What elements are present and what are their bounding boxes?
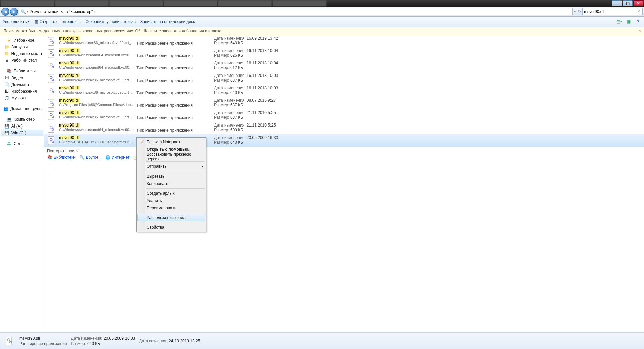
status-filetype: Расширение приложения [19, 341, 67, 346]
sidebar-item-pictures[interactable]: 🖼Изображения [1, 88, 43, 95]
browser-tab[interactable] [1, 0, 54, 6]
window-maximize[interactable]: ▢ [623, 0, 633, 6]
drive-icon: 💾 [4, 130, 9, 136]
ctx-create-shortcut[interactable]: Создать ярлык [137, 190, 205, 197]
result-row[interactable]: msvcr90.dllC:\Windows\winsxs\x86_microso… [44, 35, 644, 47]
forward-button[interactable]: ► [10, 8, 18, 16]
preview-pane-button[interactable]: ▣ [625, 18, 632, 25]
index-warning-bar[interactable]: Поиск может быть медленным в неиндексиро… [0, 27, 644, 35]
folder-icon: 📁 [4, 51, 9, 56]
save-search-button[interactable]: Сохранить условия поиска [85, 19, 136, 24]
folder-icon: 📁 [4, 44, 9, 50]
explorer-navbar: ◄ ► 🔍 ▸ Результаты поиска в "Компьютер" … [0, 7, 644, 17]
window-close[interactable]: ✕ [633, 0, 643, 6]
network-icon: 🖧 [6, 141, 12, 146]
result-row[interactable]: msvcr90.dllC:\Windows\winsxs\x86_microso… [44, 85, 644, 97]
browser-tab[interactable] [55, 0, 109, 6]
sidebar-item-desktop[interactable]: 🖥Рабочий стол [1, 57, 43, 64]
result-row[interactable]: msvcr90.dllC:\Program Files (x86)\Common… [44, 97, 644, 109]
status-date-modified: 20.05.2009 16:33 [104, 336, 135, 341]
result-row[interactable]: msvcr90.dllC:\Windows\winsxs\x86_microso… [44, 72, 644, 85]
search-input[interactable] [584, 9, 637, 14]
repeat-icon: 🌐 [105, 155, 110, 160]
repeat-search-item[interactable]: 🌐Интернет [105, 155, 129, 160]
dropdown-icon[interactable]: ▾ [573, 9, 577, 14]
homegroup-icon: 👥 [3, 106, 8, 111]
browser-tab[interactable] [218, 0, 272, 6]
ctx-edit-notepadpp[interactable]: 📝Edit with Notepad++ [137, 138, 205, 146]
star-icon: ★ [6, 38, 12, 43]
ctx-delete[interactable]: Удалить [137, 197, 205, 204]
sidebar-network[interactable]: 🖧Сеть [1, 140, 43, 147]
notepad-icon: 📝 [139, 139, 144, 145]
result-filename: msvcr90.dll [59, 98, 80, 103]
dll-file-icon [46, 123, 57, 134]
ctx-copy[interactable]: Копировать [137, 180, 205, 187]
dll-file-icon [3, 335, 15, 347]
dll-file-icon [46, 98, 57, 109]
burn-button[interactable]: Записать на оптический диск [140, 19, 195, 24]
sidebar-libraries[interactable]: 📚Библиотеки [1, 68, 43, 74]
sidebar: ★Избранное 📁Загрузки 📁Недавние места 🖥Ра… [0, 35, 44, 332]
result-row[interactable]: msvcr90.dllC:\Windows\winsxs\amd64_micro… [44, 47, 644, 60]
ctx-send-to[interactable]: Отправить▸ [137, 163, 205, 170]
drive-icon: 💾 [4, 123, 9, 129]
organize-button[interactable]: Упорядочить [3, 19, 30, 24]
result-path: C:\Windows\winsxs\x86_microsoft.vc90.crt… [59, 78, 135, 82]
status-label: Размер: [71, 341, 86, 346]
breadcrumb[interactable]: 🔍 ▸ Результаты поиска в "Компьютер" ▸ [19, 8, 573, 15]
computer-icon: 💻 [6, 117, 12, 122]
view-button[interactable]: ▤ [616, 18, 623, 25]
sidebar-item-music[interactable]: 🎵Музыка [1, 95, 43, 101]
library-icon: 📚 [6, 68, 12, 74]
document-icon: 📄 [4, 82, 9, 87]
sidebar-computer[interactable]: 💻Компьютер [1, 116, 43, 123]
sidebar-drive-a[interactable]: 💾AI (A:) [1, 123, 43, 130]
help-button[interactable]: ? [635, 18, 641, 25]
result-row[interactable]: msvcr90.dllC:\Temp\PDFT\ABBYY PDF Transf… [44, 134, 644, 147]
clear-search-icon[interactable]: ✕ [637, 9, 641, 14]
result-filename: msvcr90.dll [59, 73, 80, 78]
repeat-icon: 📚 [47, 155, 52, 160]
sidebar-item-video[interactable]: 🎞Видео [1, 74, 43, 81]
sidebar-item-recent[interactable]: 📁Недавние места [1, 50, 43, 57]
result-filename: msvcr90.dll [59, 61, 80, 65]
back-button[interactable]: ◄ [1, 8, 9, 16]
dll-file-icon [46, 135, 57, 146]
browser-tab[interactable] [273, 0, 326, 6]
result-filename: msvcr90.dll [59, 123, 80, 128]
ctx-file-location[interactable]: Расположение файла [137, 214, 205, 221]
result-row[interactable]: msvcr90.dllC:\Windows\winsxs\amd64_micro… [44, 60, 644, 72]
search-box[interactable]: ✕ [582, 8, 643, 15]
chevron-right-icon: ▸ [27, 10, 29, 13]
window-minimize[interactable]: _ [612, 0, 622, 6]
dll-file-icon [46, 110, 57, 121]
ctx-cut[interactable]: Вырезать [137, 172, 205, 180]
sidebar-item-documents[interactable]: 📄Документы [1, 81, 43, 88]
ctx-properties[interactable]: Свойства [137, 223, 205, 231]
browser-tab[interactable] [109, 0, 163, 6]
chevron-right-icon: ▸ [94, 10, 95, 13]
browser-tab[interactable] [164, 0, 217, 6]
result-filename: msvcr90.dll [59, 110, 80, 115]
ctx-restore-version[interactable]: Восстановить прежнюю версию [137, 153, 205, 160]
sidebar-favorites[interactable]: ★Избранное [1, 37, 43, 44]
app-icon: ▦ [34, 19, 38, 24]
sidebar-homegroup[interactable]: 👥Домашняя группа [1, 105, 43, 112]
refresh-icon[interactable]: ↻ [577, 9, 582, 14]
repeat-search-item[interactable]: 🔍Другое... [79, 155, 102, 160]
result-path: C:\Windows\winsxs\x86_microsoft.vc90.crt… [59, 41, 135, 45]
context-menu: 📝Edit with Notepad++ Открыть с помощью..… [136, 137, 206, 232]
result-row[interactable]: msvcr90.dllC:\Windows\winsxs\x86_microso… [44, 109, 644, 122]
result-row[interactable]: msvcr90.dllC:\Windows\winsxs\amd64_micro… [44, 122, 644, 134]
close-icon[interactable]: ✕ [638, 29, 641, 33]
dll-file-icon [46, 36, 57, 47]
sidebar-drive-c[interactable]: 💾Win (C:) [1, 130, 43, 136]
music-icon: 🎵 [4, 95, 9, 101]
breadcrumb-text: Результаты поиска в "Компьютер" [30, 9, 93, 14]
sidebar-item-downloads[interactable]: 📁Загрузки [1, 44, 43, 50]
repeat-search-item[interactable]: 📚Библиотеки [47, 155, 76, 160]
ctx-rename[interactable]: Переименовать [137, 204, 205, 212]
open-with-button[interactable]: ▦Открыть с помощью... [34, 19, 81, 24]
result-filename: msvcr90.dll [59, 48, 80, 53]
